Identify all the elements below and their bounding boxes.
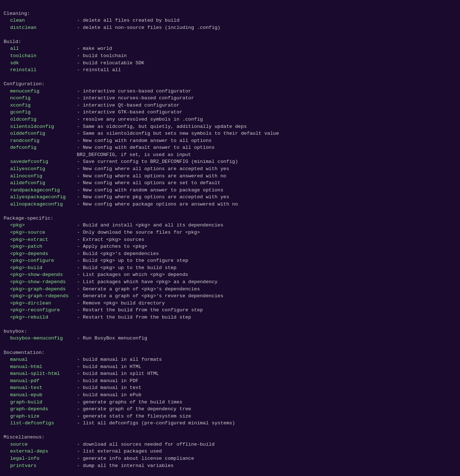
cmd-graph-build: graph-build <box>10 399 77 406</box>
cmd-manual-epub: manual-epub <box>10 391 77 399</box>
terminal-output: Cleaning: clean- delete all files create… <box>4 3 456 476</box>
cmd-pkg-build: <pkg>-build <box>10 264 77 272</box>
desc-randpackageconfig: - New config with random answer to packa… <box>77 187 223 193</box>
cmd-manual: manual <box>10 356 77 363</box>
desc-manual: - build manual in all formats <box>77 357 162 362</box>
desc-manual-epub: - build manual in ePub <box>77 392 141 398</box>
cmd-manual-pdf: manual-pdf <box>10 377 77 385</box>
cmd-nconfig: nconfig <box>10 95 77 102</box>
desc-manual-pdf: - build manual in PDF <box>77 378 138 384</box>
desc-allyesconfig: - New config where all options are accep… <box>77 166 229 172</box>
cmd-source: source <box>10 441 77 448</box>
cmd-manual-split-html: manual-split-html <box>10 370 77 377</box>
cmd-pkg-source: <pkg>-source <box>10 229 77 236</box>
cmd-pkg: <pkg> <box>10 222 77 229</box>
desc-external-deps: - list external packages used <box>77 449 162 454</box>
desc-pkg-reconfigure: - Restart the build from the configure s… <box>77 307 203 313</box>
desc-pkg-dirclean: - Remove <pkg> build directory <box>77 300 165 306</box>
cmd-allnoconfig: allnoconfig <box>10 173 77 180</box>
configuration-header: Configuration: <box>4 81 44 87</box>
terminal-window: Cleaning: clean- delete all files create… <box>4 3 456 476</box>
cmd-randpackageconfig: randpackageconfig <box>10 187 77 194</box>
cmd-sdk: sdk <box>10 60 77 67</box>
desc-allyespackageconfig: - New config where pkg options are accep… <box>77 194 229 200</box>
desc-savedefconfig: - Save current config to BR2_DEFCONFIG (… <box>77 159 238 164</box>
cmd-distclean: distclean <box>10 24 77 31</box>
cmd-xconfig: xconfig <box>10 102 77 109</box>
cmd-pkg-reconfigure: <pkg>-reconfigure <box>10 307 77 314</box>
cmd-pkg-extract: <pkg>-extract <box>10 236 77 243</box>
cmd-allyesconfig: allyesconfig <box>10 165 77 173</box>
desc-pkg-rebuild: - Restart the build from the build step <box>77 315 191 320</box>
desc-xconfig: - interactive Qt-based configurator <box>77 103 180 108</box>
cmd-allnopackageconfig: allnopackageconfig <box>10 201 77 208</box>
cmd-manual-text: manual-text <box>10 384 77 391</box>
desc-all: - make world <box>77 46 112 51</box>
desc-manual-html: - build manual in HTML <box>77 364 141 369</box>
desc-reinstall: - reinstall all <box>77 67 121 73</box>
desc-printvars: - dump all the internal variables <box>77 463 173 468</box>
desc-alldefconfig: - New config where all options are set t… <box>77 180 220 186</box>
desc-manual-split-html: - build manual in split HTML <box>77 371 159 376</box>
cmd-gconfig: gconfig <box>10 109 77 116</box>
cmd-olddefconfig: olddefconfig <box>10 130 77 137</box>
desc-allnoconfig: - New config where all options are answe… <box>77 173 226 179</box>
package-specific-header: Package-specific: <box>4 216 53 221</box>
cmd-legal-info: legal-info <box>10 455 77 462</box>
cmd-toolchain: toolchain <box>10 52 77 60</box>
cmd-pkg-graph-depends: <pkg>-graph-depends <box>10 286 77 293</box>
desc-menuconfig: - interactive curses-based configurator <box>77 88 191 94</box>
desc-pkg-graph-depends: - Generate a graph of <pkg>'s dependenci… <box>77 286 200 292</box>
cmd-alldefconfig: alldefconfig <box>10 179 77 187</box>
cmd-pkg-show-rdepends: <pkg>-show-rdepends <box>10 278 77 286</box>
desc-manual-text: - build manual in text <box>77 385 141 390</box>
desc-pkg-graph-rdepends: - Generate a graph of <pkg>'s reverse de… <box>77 293 223 299</box>
desc-pkg-build: - Build <pkg> up to the build step <box>77 265 176 271</box>
desc-clean: - delete all files created by build <box>77 18 180 23</box>
desc-graph-build: - generate graphs of the build times <box>77 399 182 405</box>
desc-gconfig: - interactive GTK-based configurator <box>77 109 182 115</box>
cmd-allyespackageconfig: allyespackageconfig <box>10 194 77 201</box>
desc-pkg-show-rdepends: - List packages which have <pkg> as a de… <box>77 279 218 285</box>
cmd-pkg-depends: <pkg>-depends <box>10 250 77 258</box>
cmd-defconfig: defconfig <box>10 144 77 151</box>
desc-oldconfig: - resolve any unresolved symbols in .con… <box>77 117 203 122</box>
desc-legal-info: - generate info about license compliance <box>77 456 194 461</box>
cleaning-header: Cleaning: <box>4 11 30 16</box>
cmd-graph-size: graph-size <box>10 413 77 420</box>
cmd-pkg-patch: <pkg>-patch <box>10 243 77 250</box>
build-header: Build: <box>4 39 21 44</box>
desc-distclean: - delete all non-source files (including… <box>77 25 220 30</box>
desc-pkg-configure: - Build <pkg> up to the configure step <box>77 258 188 263</box>
cmd-manual-html: manual-html <box>10 363 77 371</box>
desc-list-defconfigs: - list all defconfigs (pre-configured mi… <box>77 420 235 426</box>
cmd-silentoldconfig: silentoldconfig <box>10 123 77 130</box>
cmd-pkg-configure: <pkg>-configure <box>10 257 77 264</box>
desc-olddefconfig: - Same as silentoldconfig but sets new s… <box>77 131 279 136</box>
cmd-all: all <box>10 45 77 52</box>
documentation-header: Documentation: <box>4 350 44 355</box>
cmd-pkg-graph-rdepends: <pkg>-graph-rdepends <box>10 293 77 300</box>
desc-pkg-show-depends: - List packages on which <pkg> depends <box>77 272 188 277</box>
desc-pkg-extract: - Extract <pkg> sources <box>77 237 144 242</box>
cmd-reinstall: reinstall <box>10 66 77 74</box>
desc-silentoldconfig: - Same as oldconfig, but quietly, additi… <box>77 124 247 129</box>
cmd-randconfig: randconfig <box>10 137 77 144</box>
cmd-clean: clean <box>10 17 77 24</box>
desc-pkg-source: - Only download the source files for <pk… <box>77 230 200 235</box>
desc-randconfig: - New config with random answer to all o… <box>77 138 212 143</box>
desc-busybox-menuconfig: - Run BusyBox menuconfig <box>77 336 147 341</box>
cmd-oldconfig: oldconfig <box>10 116 77 123</box>
desc-graph-size: - generate stats of the filesystem size <box>77 414 191 419</box>
cmd-list-defconfigs: list-defconfigs <box>10 420 77 427</box>
cmd-menuconfig: menuconfig <box>10 88 77 95</box>
desc-allnopackageconfig: - New config where package options are a… <box>77 202 238 207</box>
cmd-pkg-rebuild: <pkg>-rebuild <box>10 314 77 321</box>
busybox-header: busybox: <box>4 329 27 334</box>
cmd-printvars: printvars <box>10 462 77 469</box>
desc-nconfig: - interactive ncurses-based configurator <box>77 95 194 101</box>
cmd-savedefconfig: savedefconfig <box>10 158 77 165</box>
cmd-busybox-menuconfig: busybox-menuconfig <box>10 335 77 342</box>
desc-source: - download all sources needed for offlin… <box>77 442 215 447</box>
cmd-pkg-show-depends: <pkg>-show-depends <box>10 271 77 278</box>
